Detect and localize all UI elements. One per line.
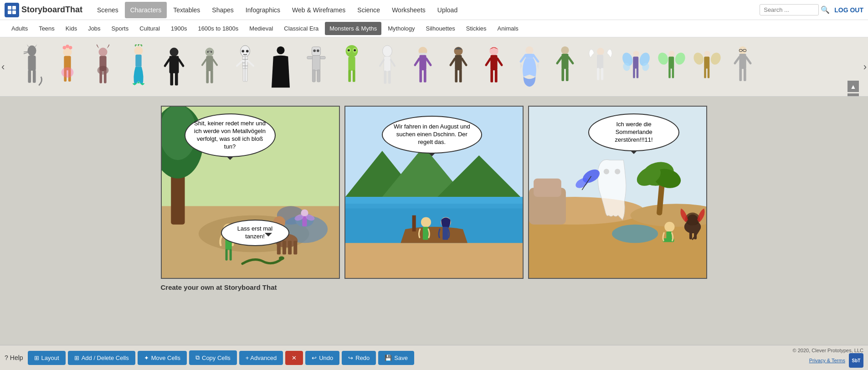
char-figure-4[interactable] <box>123 41 154 93</box>
top-navigation: StoryboardThat Scenes Characters Textabl… <box>0 0 868 20</box>
layout-icon: ⊞ <box>34 355 39 361</box>
svg-line-38 <box>213 59 217 65</box>
svg-point-55 <box>277 46 284 54</box>
add-delete-cells-button[interactable]: ⊞ Add / Delete Cells <box>68 351 135 365</box>
char-figure-14[interactable] <box>478 41 510 93</box>
char-figure-19[interactable] <box>656 41 688 93</box>
nav-science[interactable]: Science <box>352 2 385 18</box>
main-area: Shit, keiner redet mehr und ich werde vo… <box>0 97 868 300</box>
search-input[interactable] <box>760 4 819 15</box>
svg-rect-157 <box>288 241 292 254</box>
nav-characters[interactable]: Characters <box>125 2 167 18</box>
sub-nav-1900s[interactable]: 1900s <box>166 22 191 35</box>
char-figure-1[interactable] <box>16 41 48 93</box>
panel2-bubble1: Wir fahren in den August und suchen eine… <box>382 116 482 154</box>
logo-area[interactable]: StoryboardThat <box>5 3 82 17</box>
char-figure-11[interactable] <box>371 41 403 93</box>
char-figure-8[interactable] <box>265 41 297 93</box>
privacy-text[interactable]: Privacy & Terms <box>809 358 845 363</box>
search-button[interactable]: 🔍 <box>821 5 830 14</box>
nav-worksheets[interactable]: Worksheets <box>386 2 431 18</box>
char-figure-13[interactable] <box>442 41 474 93</box>
scroll-up-button[interactable]: ▲ <box>847 81 859 92</box>
sub-nav-adults[interactable]: Adults <box>7 22 32 35</box>
svg-point-20 <box>98 47 107 56</box>
svg-rect-101 <box>561 53 568 68</box>
copy-cells-button[interactable]: ⧉ Copy Cells <box>189 350 237 365</box>
nav-shapes[interactable]: Shapes <box>206 2 239 18</box>
char-figure-3[interactable] <box>87 41 119 93</box>
char-figure-2[interactable] <box>51 41 83 93</box>
nav-web-wireframes[interactable]: Web & Wireframes <box>287 2 351 18</box>
scroll-down-button[interactable]: ▼ <box>847 93 859 97</box>
advanced-button[interactable]: + Advanced <box>239 351 283 365</box>
panel1-bubble1: Shit, keiner redet mehr und ich werde vo… <box>185 113 276 157</box>
story-panel-2[interactable]: Wir fahren in den August und suchen eine… <box>344 106 524 279</box>
sub-nav-monsters[interactable]: Monsters & Myths <box>325 22 381 35</box>
svg-rect-135 <box>739 68 742 81</box>
nav-scenes[interactable]: Scenes <box>92 2 124 18</box>
undo-button[interactable]: ↩ Undo <box>305 351 339 365</box>
svg-point-187 <box>604 169 609 174</box>
logout-button[interactable]: LOG OUT <box>834 6 863 14</box>
char-figure-17[interactable] <box>585 41 616 93</box>
sub-nav-animals[interactable]: Animals <box>493 22 523 35</box>
sub-nav-medieval[interactable]: Medieval <box>245 22 277 35</box>
svg-rect-127 <box>704 57 709 68</box>
svg-point-4 <box>27 45 36 56</box>
char-figure-18[interactable] <box>620 41 652 93</box>
char-strip-right-button[interactable]: › <box>863 61 867 73</box>
sub-nav-teens[interactable]: Teens <box>34 22 59 35</box>
char-strip-left-button[interactable]: ‹ <box>1 61 5 73</box>
char-figure-6[interactable] <box>194 41 226 93</box>
svg-rect-28 <box>169 56 179 73</box>
svg-marker-6 <box>35 44 37 47</box>
sub-nav-sports[interactable]: Sports <box>107 22 134 35</box>
svg-rect-2 <box>8 10 11 14</box>
undo-icon: ↩ <box>312 355 317 361</box>
char-figure-9[interactable] <box>300 41 332 93</box>
sub-nav-silhouettes[interactable]: Silhouettes <box>421 22 459 35</box>
nav-textables[interactable]: Textables <box>168 2 205 18</box>
svg-point-41 <box>211 51 212 52</box>
svg-rect-61 <box>317 70 320 82</box>
char-figure-7[interactable] <box>229 41 261 93</box>
svg-rect-71 <box>353 70 355 82</box>
logo-text: StoryboardThat <box>21 5 82 15</box>
sub-nav-1600s[interactable]: 1600s to 1800s <box>193 22 243 35</box>
char-figure-10[interactable] <box>336 41 368 93</box>
sub-nav-stickies[interactable]: Stickies <box>462 22 491 35</box>
svg-rect-171 <box>345 204 523 208</box>
nav-upload[interactable]: Upload <box>432 2 463 18</box>
char-figure-16[interactable] <box>549 41 581 93</box>
redo-icon: ↪ <box>348 355 353 361</box>
save-button[interactable]: 💾 Save <box>378 351 414 365</box>
char-figure-5[interactable] <box>158 41 190 93</box>
redo-button[interactable]: ↪ Redo <box>342 351 376 365</box>
sub-navigation: Adults Teens Kids Jobs Sports Cultural 1… <box>0 20 868 37</box>
sub-nav-classical[interactable]: Classical Era <box>279 22 323 35</box>
story-panel-1[interactable]: Shit, keiner redet mehr und ich werde vo… <box>161 106 340 279</box>
svg-rect-79 <box>419 55 426 70</box>
char-figure-20[interactable] <box>691 41 723 93</box>
sub-nav-mythology[interactable]: Mythology <box>383 22 419 35</box>
svg-point-19 <box>62 67 74 77</box>
svg-line-89 <box>462 58 467 65</box>
nav-infographics[interactable]: Infographics <box>240 2 286 18</box>
story-panel-3[interactable]: Ich werde die Sommerlande zerstören!!!11… <box>528 106 707 279</box>
char-figure-15[interactable] <box>514 41 545 93</box>
storyboard-container: Shit, keiner redet mehr und ich werde vo… <box>161 106 708 291</box>
sub-nav-cultural[interactable]: Cultural <box>135 22 164 35</box>
help-button[interactable]: ? Help <box>5 354 23 361</box>
svg-rect-103 <box>566 68 569 81</box>
svg-rect-73 <box>384 56 390 71</box>
move-cells-button[interactable]: ✦ Move Cells <box>138 351 187 365</box>
clear-button[interactable]: ✕ <box>285 351 303 365</box>
nav-items: Scenes Characters Textables Shapes Infog… <box>92 2 760 18</box>
svg-point-15 <box>69 46 72 49</box>
sub-nav-kids[interactable]: Kids <box>61 22 82 35</box>
char-figure-21[interactable] <box>727 41 759 93</box>
layout-button[interactable]: ⊞ Layout <box>28 351 66 365</box>
sub-nav-jobs[interactable]: Jobs <box>83 22 105 35</box>
char-figure-12[interactable] <box>407 41 439 93</box>
